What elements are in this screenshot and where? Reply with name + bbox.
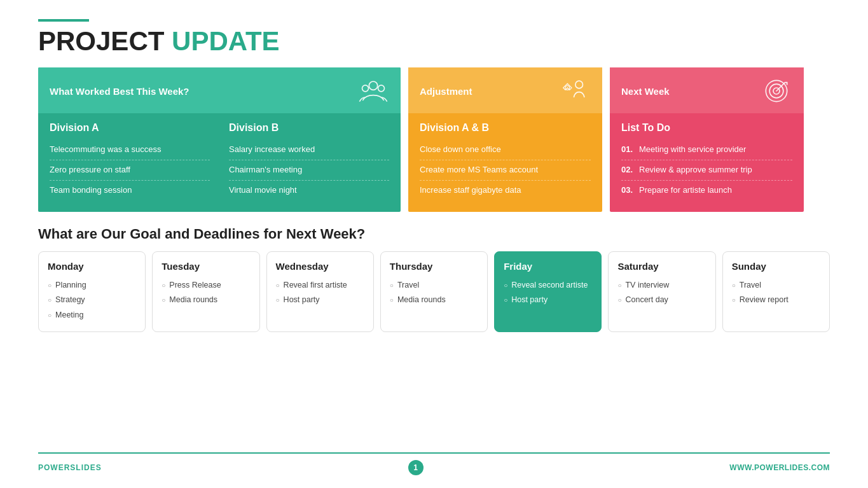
division-a-col: Division A Telecommuting was a success Z… — [50, 122, 210, 200]
header: PROJECT UPDATE — [38, 19, 830, 56]
card-adjustment-body: Division A & B Close down one office Cre… — [408, 113, 602, 212]
day-items: TravelMedia rounds — [390, 278, 478, 308]
division-a-title: Division A — [50, 122, 210, 134]
list-item: Telecommuting was a success — [50, 140, 210, 160]
day-name: Saturday — [617, 261, 706, 272]
adj-list: Close down one office Create more MS Tea… — [420, 140, 591, 200]
day-card-tuesday: TuesdayPress ReleaseMedia rounds — [152, 251, 259, 333]
list-item: 03. Prepare for artiste launch — [621, 181, 792, 200]
card-nextweek: Next Week List To Do 01. Meeting with se… — [610, 67, 804, 212]
card-adjustment-title: Adjustment — [420, 86, 472, 97]
page: PROJECT UPDATE What Worked Best This Wee… — [0, 0, 868, 488]
nw-num: 01. — [621, 144, 635, 155]
nw-text: Review & approve summer trip — [639, 165, 752, 176]
list-item: Host party — [276, 293, 364, 308]
list-item: Press Release — [162, 278, 250, 293]
card-adjustment: Adjustment Division A & B Close down one… — [408, 67, 602, 212]
list-item: Travel — [732, 278, 820, 293]
svg-point-3 — [575, 81, 583, 88]
card-nextweek-header: Next Week — [610, 67, 804, 113]
day-card-wednesday: WednesdayReveal first artisteHost party — [266, 251, 374, 333]
day-name: Tuesday — [162, 261, 250, 272]
list-item: Travel — [390, 278, 478, 293]
svg-point-1 — [362, 85, 369, 92]
nw-list: 01. Meeting with service provider 02. Re… — [621, 140, 792, 200]
footer-page-number: 1 — [408, 460, 424, 475]
title-project: PROJECT — [38, 26, 172, 56]
list-item: Create more MS Teams account — [420, 160, 591, 181]
card-adjustment-header: Adjustment — [408, 67, 602, 113]
day-items: Press ReleaseMedia rounds — [162, 278, 250, 308]
card-worked-body: Division A Telecommuting was a success Z… — [38, 113, 401, 212]
footer-brand-text: POWER — [38, 463, 70, 472]
day-name: Monday — [48, 261, 136, 272]
nw-num: 02. — [621, 165, 635, 176]
card-nextweek-body: List To Do 01. Meeting with service prov… — [610, 113, 804, 212]
footer-brand: POWERSLIDES — [38, 463, 102, 472]
list-item: Zero pressure on staff — [50, 160, 210, 181]
team-icon — [357, 75, 389, 107]
goals-section: What are Our Goal and Deadlines for Next… — [38, 226, 830, 333]
adj-division-title: Division A & B — [420, 122, 591, 134]
division-b-title: Division B — [229, 122, 389, 134]
day-items: TravelReview report — [732, 278, 820, 308]
day-items: Reveal second artisteHost party — [504, 278, 592, 308]
footer-brand-highlight: SLIDES — [70, 463, 101, 472]
nw-num: 03. — [621, 185, 635, 196]
day-card-saturday: SaturdayTV interviewConcert day — [608, 251, 715, 333]
card-worked-title: What Worked Best This Week? — [50, 86, 189, 97]
list-item: Team bonding session — [50, 181, 210, 200]
list-item: 02. Review & approve summer trip — [621, 160, 792, 181]
list-item: Review report — [732, 293, 820, 308]
card-worked-header: What Worked Best This Week? — [38, 67, 401, 113]
division-a-list: Telecommuting was a success Zero pressur… — [50, 140, 210, 200]
day-name: Friday — [504, 261, 592, 272]
list-item: Reveal first artiste — [276, 278, 364, 293]
target-icon — [761, 75, 792, 107]
goals-title: What are Our Goal and Deadlines for Next… — [38, 226, 830, 242]
footer-url: WWW.POWERLIDES.COM — [729, 463, 830, 472]
cards-row: What Worked Best This Week? Division A T… — [38, 67, 830, 212]
day-card-friday: FridayReveal second artisteHost party — [494, 251, 602, 333]
card-nextweek-title: Next Week — [621, 86, 670, 97]
card-worked-best: What Worked Best This Week? Division A T… — [38, 67, 401, 212]
list-item: Planning — [48, 278, 136, 293]
list-item: Concert day — [617, 293, 706, 308]
day-items: PlanningStrategyMeeting — [48, 278, 136, 323]
nw-text: Prepare for artiste launch — [639, 185, 732, 196]
day-name: Wednesday — [276, 261, 364, 272]
list-item: Virtual movie night — [229, 181, 389, 200]
footer: POWERSLIDES 1 WWW.POWERLIDES.COM — [38, 452, 830, 475]
page-title: PROJECT UPDATE — [38, 27, 830, 56]
list-item: Chairman's meeting — [229, 160, 389, 181]
division-b-col: Division B Salary increase worked Chairm… — [229, 122, 389, 200]
list-item: Reveal second artiste — [504, 278, 592, 293]
list-item: 01. Meeting with service provider — [621, 140, 792, 160]
days-row: MondayPlanningStrategyMeetingTuesdayPres… — [38, 251, 830, 333]
list-item: Close down one office — [420, 140, 591, 160]
nw-division-title: List To Do — [621, 122, 792, 134]
list-item: TV interview — [617, 278, 706, 293]
day-items: Reveal first artisteHost party — [276, 278, 364, 308]
title-update: UPDATE — [172, 26, 280, 56]
svg-point-0 — [369, 81, 377, 90]
list-item: Media rounds — [390, 293, 478, 308]
day-card-thursday: ThursdayTravelMedia rounds — [380, 251, 488, 333]
svg-point-2 — [378, 85, 385, 92]
list-item: Increase staff gigabyte data — [420, 181, 591, 200]
header-accent-line — [38, 19, 89, 22]
nw-text: Meeting with service provider — [639, 144, 746, 155]
day-name: Sunday — [732, 261, 820, 272]
day-card-sunday: SundayTravelReview report — [722, 251, 830, 333]
list-item: Salary increase worked — [229, 140, 389, 160]
gear-person-icon — [559, 75, 591, 107]
list-item: Media rounds — [162, 293, 250, 308]
list-item: Meeting — [48, 308, 136, 323]
day-items: TV interviewConcert day — [617, 278, 706, 308]
day-name: Thursday — [390, 261, 478, 272]
list-item: Host party — [504, 293, 592, 308]
day-card-monday: MondayPlanningStrategyMeeting — [38, 251, 146, 333]
list-item: Strategy — [48, 293, 136, 308]
division-b-list: Salary increase worked Chairman's meetin… — [229, 140, 389, 200]
